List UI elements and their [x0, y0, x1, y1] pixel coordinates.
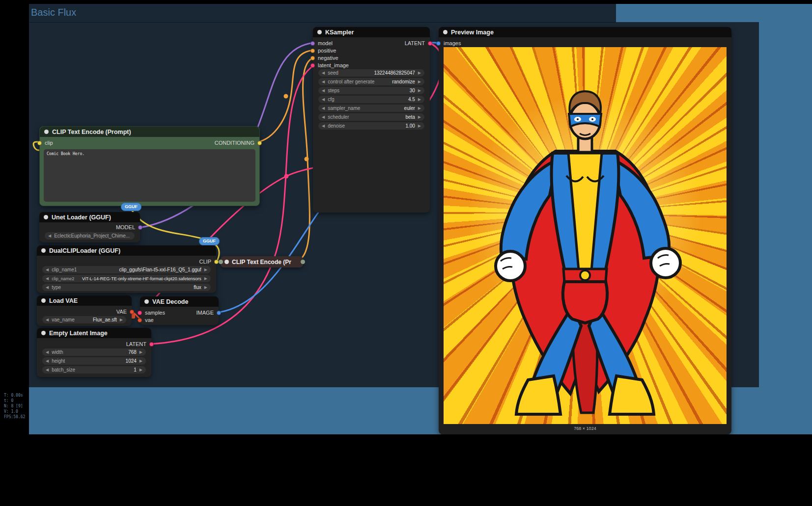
right-arrow-icon[interactable]: ▶ [120, 318, 123, 322]
clip-dot[interactable] [37, 141, 42, 145]
latent-dot[interactable] [138, 311, 142, 315]
slot-input-clip[interactable]: clip [37, 139, 53, 146]
clip-dot[interactable] [214, 260, 219, 264]
slot-input-samples[interactable]: samples [138, 309, 165, 316]
widget-unet-name[interactable]: ◀EclecticEuphoria_Project_Chime...▶ [45, 232, 135, 240]
left-arrow-icon[interactable]: ◀ [46, 350, 49, 354]
node-ksampler-titlebar[interactable]: KSampler [313, 27, 430, 37]
widget-sampler-name[interactable]: ◀sampler_nameeuler▶ [318, 105, 424, 112]
left-arrow-icon[interactable]: ◀ [46, 276, 49, 281]
node-preview-titlebar[interactable]: Preview Image [439, 27, 731, 37]
left-arrow-icon[interactable]: ◀ [322, 80, 325, 84]
left-arrow-icon[interactable]: ◀ [46, 368, 49, 372]
node-clip-text-encode-collapsed[interactable]: CLIP Text Encode (Pr [221, 256, 303, 267]
right-arrow-icon[interactable]: ▶ [418, 71, 421, 75]
left-arrow-icon[interactable]: ◀ [322, 71, 325, 75]
vae-dot[interactable] [130, 310, 134, 314]
node-unet-loader-gguf[interactable]: Unet Loader (GGUF) MODEL ◀EclecticEuphor… [39, 212, 140, 242]
node-vae-decode-titlebar[interactable]: VAE Decode [140, 296, 219, 307]
widget-denoise[interactable]: ◀denoise1.00▶ [318, 122, 424, 130]
node-dualclip-titlebar[interactable]: DualCLIPLoader (GGUF) [37, 245, 216, 256]
node-ksampler-title: KSampler [325, 29, 354, 36]
slot-input-model[interactable]: model [310, 40, 333, 47]
slot-output-model[interactable]: MODEL [116, 224, 142, 231]
left-arrow-icon[interactable]: ◀ [322, 106, 325, 110]
widget-vae-name[interactable]: ◀vae_nameFlux_ae.sft▶ [42, 316, 126, 323]
right-arrow-icon[interactable]: ▶ [418, 115, 421, 119]
left-arrow-icon[interactable]: ◀ [322, 124, 325, 128]
slot-input-images[interactable]: images [436, 40, 461, 47]
slot-output-conditioning[interactable]: CONDITIONING [215, 139, 262, 146]
collapsed-output-dot[interactable] [301, 260, 305, 264]
conditioning-dot[interactable] [310, 49, 315, 53]
node-load-vae-titlebar[interactable]: Load VAE [37, 295, 132, 306]
left-arrow-icon[interactable]: ◀ [48, 234, 51, 238]
slot-input-positive[interactable]: positive [310, 47, 336, 54]
node-status-dot [41, 248, 46, 253]
slot-input-latent-image[interactable]: latent_image [310, 62, 349, 69]
model-dot[interactable] [138, 225, 142, 230]
right-arrow-icon[interactable]: ▶ [204, 276, 207, 281]
slot-output-vae[interactable]: VAE [116, 308, 134, 315]
widget-control-after-generate[interactable]: ◀control after generaterandomize▶ [318, 78, 424, 85]
node-unet-titlebar[interactable]: Unet Loader (GGUF) [39, 212, 140, 222]
slot-input-negative[interactable]: negative [310, 54, 338, 61]
left-arrow-icon[interactable]: ◀ [46, 359, 49, 363]
right-arrow-icon[interactable]: ▶ [418, 97, 421, 102]
widget-width[interactable]: ◀width768▶ [42, 348, 146, 356]
slot-output-latent[interactable]: LATENT [405, 40, 432, 47]
widget-height[interactable]: ◀height1024▶ [42, 357, 146, 365]
widget-type[interactable]: ◀typeflux▶ [42, 284, 211, 291]
right-arrow-icon[interactable]: ▶ [418, 106, 421, 110]
collapse-dot[interactable] [224, 260, 229, 264]
node-preview-image[interactable]: Preview Image images [439, 27, 731, 434]
workflow-tab-title[interactable]: Basic Flux [31, 7, 76, 18]
left-arrow-icon[interactable]: ◀ [46, 285, 49, 290]
conditioning-dot[interactable] [257, 141, 262, 145]
latent-dot[interactable] [149, 342, 154, 346]
left-arrow-icon[interactable]: ◀ [322, 97, 325, 102]
node-clip-prompt-titlebar[interactable]: CLIP Text Encode (Prompt) [40, 127, 259, 137]
widget-cfg[interactable]: ◀cfg4.5▶ [318, 96, 424, 103]
vae-dot[interactable] [138, 318, 142, 322]
slot-output-latent[interactable]: LATENT [126, 341, 154, 347]
model-dot[interactable] [310, 41, 315, 46]
node-preview-title: Preview Image [451, 29, 494, 36]
widget-seed[interactable]: ◀seed132244862825047▶ [318, 69, 424, 77]
right-arrow-icon[interactable]: ▶ [140, 368, 142, 372]
left-arrow-icon[interactable]: ◀ [322, 88, 325, 93]
widget-steps[interactable]: ◀steps30▶ [318, 87, 424, 94]
node-dualclip-loader-gguf[interactable]: DualCLIPLoader (GGUF) CLIP ◀clip_name1cl… [37, 245, 216, 293]
node-empty-latent-titlebar[interactable]: Empty Latent Image [37, 328, 151, 338]
right-arrow-icon[interactable]: ▶ [204, 267, 207, 272]
right-arrow-icon[interactable]: ▶ [418, 80, 421, 84]
collapsed-input-dot[interactable] [219, 260, 223, 264]
widget-clip-name1[interactable]: ◀clip_name1clip_ggufs\Flan-t5-xxl-F16_Q5… [42, 266, 211, 273]
slot-output-clip[interactable]: CLIP [199, 258, 219, 265]
right-arrow-icon[interactable]: ▶ [418, 88, 421, 93]
slot-input-vae[interactable]: vae [138, 317, 154, 323]
latent-dot[interactable] [310, 63, 315, 68]
widget-clip-name2[interactable]: ◀clip_name2ViT-L-14-REG-TE-only-xtreme-H… [42, 275, 211, 282]
widget-batch-size[interactable]: ◀batch_size1▶ [42, 366, 146, 373]
left-arrow-icon[interactable]: ◀ [46, 267, 49, 272]
node-empty-latent-image[interactable]: Empty Latent Image LATENT ◀width768▶ ◀he… [37, 328, 151, 377]
node-load-vae[interactable]: Load VAE VAE ◀vae_nameFlux_ae.sft▶ [37, 295, 132, 326]
node-vae-decode[interactable]: VAE Decode samples vae IMAGE [140, 296, 219, 325]
right-arrow-icon[interactable]: ▶ [140, 359, 142, 363]
right-arrow-icon[interactable]: ▶ [204, 285, 207, 290]
node-clip-text-encode-prompt[interactable]: CLIP Text Encode (Prompt) clip CONDITION… [39, 126, 260, 206]
right-arrow-icon[interactable]: ▶ [140, 350, 142, 354]
slot-output-image[interactable]: IMAGE [196, 309, 221, 316]
image-dot[interactable] [217, 311, 221, 315]
workflow-tab-bar[interactable]: Basic Flux [29, 4, 616, 23]
conditioning-dot[interactable] [310, 56, 315, 60]
right-arrow-icon[interactable]: ▶ [418, 124, 421, 128]
prompt-textarea[interactable]: Comic Book Hero. [44, 149, 255, 202]
widget-scheduler[interactable]: ◀schedulerbeta▶ [318, 113, 424, 121]
node-ksampler[interactable]: KSampler model positive negative latent_… [313, 27, 430, 213]
left-arrow-icon[interactable]: ◀ [46, 318, 49, 322]
image-dot[interactable] [436, 41, 441, 46]
left-arrow-icon[interactable]: ◀ [322, 115, 325, 119]
latent-dot[interactable] [428, 41, 432, 46]
